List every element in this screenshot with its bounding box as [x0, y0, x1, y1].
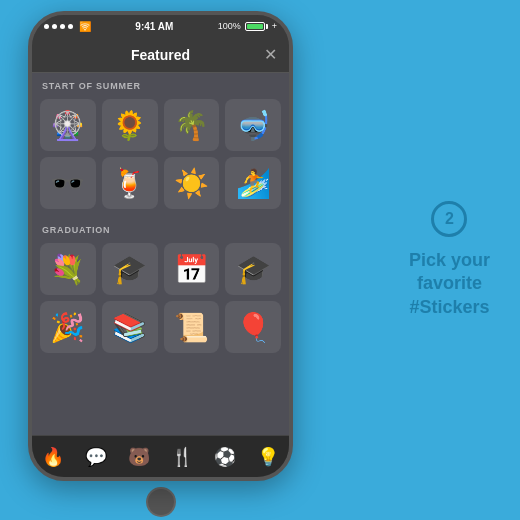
sticker-cell[interactable]: 💐	[40, 243, 96, 295]
signal-dot-1	[44, 24, 49, 29]
battery-area: 100% +	[218, 21, 277, 31]
charging-icon: +	[272, 21, 277, 31]
toolbar-bear-icon[interactable]: 🐻	[128, 446, 150, 468]
sticker-cell[interactable]: 🎈	[225, 301, 281, 353]
sticker-cell[interactable]: ☀️	[164, 157, 220, 209]
sticker-cell[interactable]: 🤿	[225, 99, 281, 151]
home-button-area	[28, 481, 293, 519]
sticker-cell[interactable]: 🍹	[102, 157, 158, 209]
instruction-text: Pick yourfavorite#Stickers	[409, 249, 490, 319]
sticker-grid-graduation: 💐 🎓 📅 🎓 🎉 📚 📜 🎈	[32, 239, 289, 361]
battery-icon	[245, 22, 268, 31]
sticker-cell[interactable]: 🎉	[40, 301, 96, 353]
sticker-cell[interactable]: 🎡	[40, 99, 96, 151]
sticker-cell[interactable]: 📚	[102, 301, 158, 353]
status-time: 9:41 AM	[135, 21, 173, 32]
signal-dot-2	[52, 24, 57, 29]
section-label-graduation: GRADUATION	[32, 217, 289, 239]
title-bar: Featured ✕	[32, 37, 289, 73]
content-area[interactable]: START OF SUMMER 🎡 🌻 🌴 🤿 🕶️ 🍹 ☀️ 🏄 GRADUA…	[32, 73, 289, 435]
phone-wrapper: 🛜 9:41 AM 100% + Featured ✕	[28, 11, 293, 519]
section-label-summer: START OF SUMMER	[32, 73, 289, 95]
sticker-cell[interactable]: 🎓	[102, 243, 158, 295]
bottom-toolbar: 🔥 💬 🐻 🍴 ⚽ 💡	[32, 435, 289, 477]
toolbar-food-icon[interactable]: 🍴	[171, 446, 193, 468]
sticker-cell[interactable]: 🕶️	[40, 157, 96, 209]
sticker-cell[interactable]: 🎓	[225, 243, 281, 295]
toolbar-chat-icon[interactable]: 💬	[85, 446, 107, 468]
sticker-cell[interactable]: 🌴	[164, 99, 220, 151]
phone: 🛜 9:41 AM 100% + Featured ✕	[28, 11, 293, 481]
signal-dot-3	[60, 24, 65, 29]
sticker-cell[interactable]: 🏄	[225, 157, 281, 209]
toolbar-soccer-icon[interactable]: ⚽	[214, 446, 236, 468]
toolbar-extra-icon[interactable]: 💡	[257, 446, 279, 468]
right-panel: 2 Pick yourfavorite#Stickers	[409, 201, 490, 319]
close-button[interactable]: ✕	[264, 45, 277, 64]
outer-container: 🛜 9:41 AM 100% + Featured ✕	[0, 0, 520, 520]
status-bar: 🛜 9:41 AM 100% +	[32, 15, 289, 37]
toolbar-fire-icon[interactable]: 🔥	[42, 446, 64, 468]
page-title: Featured	[131, 47, 190, 63]
sticker-cell[interactable]: 📅	[164, 243, 220, 295]
sticker-cell[interactable]: 🌻	[102, 99, 158, 151]
sticker-cell[interactable]: 📜	[164, 301, 220, 353]
signal-dot-4	[68, 24, 73, 29]
sticker-grid-summer: 🎡 🌻 🌴 🤿 🕶️ 🍹 ☀️ 🏄	[32, 95, 289, 217]
wifi-icon: 🛜	[79, 21, 91, 32]
step-number: 2	[431, 201, 467, 237]
home-button[interactable]	[146, 487, 176, 517]
signal-area: 🛜	[44, 21, 91, 32]
battery-percent: 100%	[218, 21, 241, 31]
